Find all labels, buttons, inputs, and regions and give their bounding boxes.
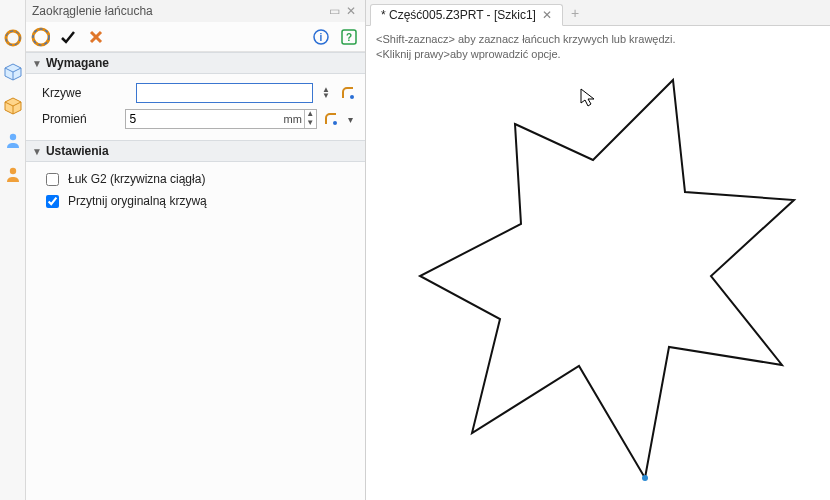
svg-text:?: ? — [346, 32, 352, 43]
panel-title-text: Zaokrąglenie łańcucha — [32, 4, 153, 18]
curves-pick-icon[interactable] — [339, 84, 357, 102]
panel-title-bar: Zaokrąglenie łańcucha ▭ ✕ — [26, 0, 365, 22]
tab-active[interactable]: * Część005.Z3PRT - [Szkic1] ✕ — [370, 4, 563, 26]
radius-pick-icon[interactable] — [323, 110, 339, 128]
g2-label: Łuk G2 (krzywizna ciągła) — [68, 172, 205, 186]
svg-point-7 — [9, 168, 15, 174]
svg-marker-18 — [420, 80, 794, 478]
panel-action-toolbar: i ? — [26, 22, 365, 52]
radius-label: Promień — [42, 112, 119, 126]
work-area: * Część005.Z3PRT - [Szkic1] ✕ + <Shift-z… — [366, 0, 830, 500]
ok-button[interactable] — [56, 25, 80, 49]
section-required-label: Wymagane — [46, 56, 109, 70]
rail-person-blue-icon[interactable] — [3, 130, 23, 150]
rail-cube-icon[interactable] — [3, 62, 23, 82]
info-button[interactable]: i — [309, 25, 333, 49]
panel-close-icon[interactable]: ✕ — [343, 4, 359, 18]
radius-input[interactable] — [126, 110, 284, 128]
section-settings-header[interactable]: ▼ Ustawienia — [26, 140, 365, 162]
trim-label: Przytnij oryginalną krzywą — [68, 194, 207, 208]
section-required-body: Krzywe ▲▼ Promień mm ▲ ▼ — [26, 74, 365, 140]
trim-checkbox[interactable] — [46, 195, 59, 208]
sketch-canvas[interactable]: <Shift-zaznacz> aby zaznacz łańcuch krzy… — [366, 26, 830, 500]
svg-point-6 — [9, 134, 15, 140]
panel-pin-icon[interactable]: ▭ — [326, 4, 343, 18]
section-settings-label: Ustawienia — [46, 144, 109, 158]
radius-input-wrap: mm ▲ ▼ — [125, 109, 317, 129]
svg-point-17 — [333, 121, 337, 125]
section-required-header[interactable]: ▼ Wymagane — [26, 52, 365, 74]
svg-text:i: i — [320, 32, 323, 43]
rail-person-orange-icon[interactable] — [3, 164, 23, 184]
rail-orange-cube-icon[interactable] — [3, 96, 23, 116]
curves-label: Krzywe — [42, 86, 130, 100]
left-tool-rail — [0, 0, 26, 500]
properties-panel: Zaokrąglenie łańcucha ▭ ✕ i ? ▼ — [26, 0, 366, 500]
rail-chain-icon[interactable] — [3, 28, 23, 48]
section-settings-body: Łuk G2 (krzywizna ciągła) Przytnij orygi… — [26, 162, 365, 220]
svg-point-9 — [33, 29, 49, 45]
tab-add-button[interactable]: + — [563, 1, 587, 25]
help-button[interactable]: ? — [337, 25, 361, 49]
feature-chain-icon — [30, 27, 50, 47]
radius-spin-down[interactable]: ▼ — [304, 119, 316, 128]
sketch-star-shape — [366, 26, 830, 500]
document-tabs: * Część005.Z3PRT - [Szkic1] ✕ + — [366, 0, 830, 26]
curves-dropdown-icon[interactable]: ▲▼ — [319, 87, 333, 99]
tab-label: * Część005.Z3PRT - [Szkic1] — [381, 8, 536, 22]
cancel-button[interactable] — [84, 25, 108, 49]
collapse-icon: ▼ — [32, 58, 42, 69]
radius-unit: mm — [284, 113, 304, 125]
radius-menu-icon[interactable]: ▾ — [345, 114, 357, 125]
collapse-icon: ▼ — [32, 146, 42, 157]
sketch-vertex-selected — [642, 475, 648, 481]
g2-checkbox[interactable] — [46, 173, 59, 186]
curves-input[interactable] — [136, 83, 313, 103]
svg-point-16 — [350, 95, 354, 99]
tab-close-icon[interactable]: ✕ — [542, 8, 552, 22]
